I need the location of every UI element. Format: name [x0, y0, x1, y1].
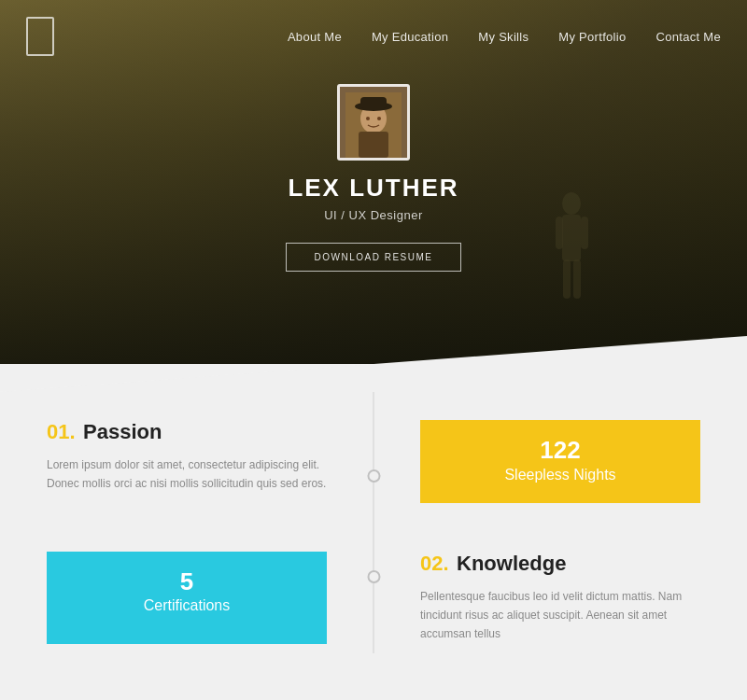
stats-col-1: 122 Sleepless Nights: [374, 420, 700, 514]
nav-portfolio[interactable]: My Portfolio: [558, 30, 626, 44]
svg-rect-5: [573, 259, 581, 299]
nav-skills[interactable]: My Skills: [478, 30, 529, 44]
avatar-image: [345, 92, 402, 158]
about-section: 01. Passion Lorem ipsum dolor sit amet, …: [0, 392, 747, 691]
svg-rect-3: [581, 217, 588, 249]
section-number-1: 01.: [47, 420, 76, 443]
section-title-1: Passion: [83, 420, 162, 443]
logo-icon[interactable]: [26, 17, 54, 56]
section-heading-2: 02. Knowledge: [420, 552, 700, 576]
nav-links: About Me My Education My Skills My Portf…: [288, 30, 721, 44]
section-heading-1: 01. Passion: [47, 420, 327, 444]
stats-col-2: 5 Certifications: [47, 552, 374, 644]
silhouette-figure: [546, 187, 598, 308]
content-row-2: 5 Certifications 02. Knowledge Pellentes…: [0, 533, 747, 653]
svg-rect-4: [563, 259, 571, 299]
stat-box-certifications: 5 Certifications: [47, 552, 327, 644]
passion-section: 01. Passion Lorem ipsum dolor sit amet, …: [47, 420, 374, 514]
nav-education[interactable]: My Education: [372, 30, 448, 44]
download-resume-button[interactable]: DOWNLOAD RESUME: [286, 243, 462, 272]
center-line: [374, 392, 374, 533]
stat-label-1: Sleepless Nights: [443, 464, 678, 486]
hero-role: UI / UX Designer: [324, 208, 423, 222]
svg-point-11: [366, 117, 370, 120]
stat-box-sleepless-nights: 122 Sleepless Nights: [420, 420, 700, 503]
hero-name: LEX LUTHER: [288, 174, 458, 203]
section-text-2: Pellentesque faucibus leo id velit dictu…: [420, 587, 700, 644]
dot-circle-2: [367, 570, 380, 583]
section-number-2: 02.: [420, 552, 449, 575]
nav-about[interactable]: About Me: [288, 30, 342, 44]
svg-rect-1: [562, 215, 581, 261]
hero-content: LEX LUTHER UI / UX Designer DOWNLOAD RES…: [286, 84, 462, 272]
center-line-2: [374, 533, 374, 653]
svg-rect-10: [360, 97, 387, 108]
section-title-2: Knowledge: [457, 552, 566, 575]
content-row-1: 01. Passion Lorem ipsum dolor sit amet, …: [0, 392, 747, 533]
avatar: [337, 84, 410, 161]
stat-label-2: Certifications: [69, 595, 304, 617]
stat-number-2: 5: [69, 568, 304, 595]
navbar: About Me My Education My Skills My Portf…: [0, 0, 747, 73]
svg-rect-8: [359, 132, 388, 158]
svg-point-0: [562, 192, 581, 215]
nav-contact[interactable]: Contact Me: [656, 30, 721, 44]
knowledge-section: 02. Knowledge Pellentesque faucibus leo …: [374, 552, 700, 644]
stat-number-1: 122: [443, 437, 678, 464]
dot-circle-1: [367, 469, 380, 483]
svg-point-12: [377, 117, 381, 120]
section-text-1: Lorem ipsum dolor sit amet, consectetur …: [47, 455, 327, 494]
svg-rect-2: [556, 217, 563, 249]
